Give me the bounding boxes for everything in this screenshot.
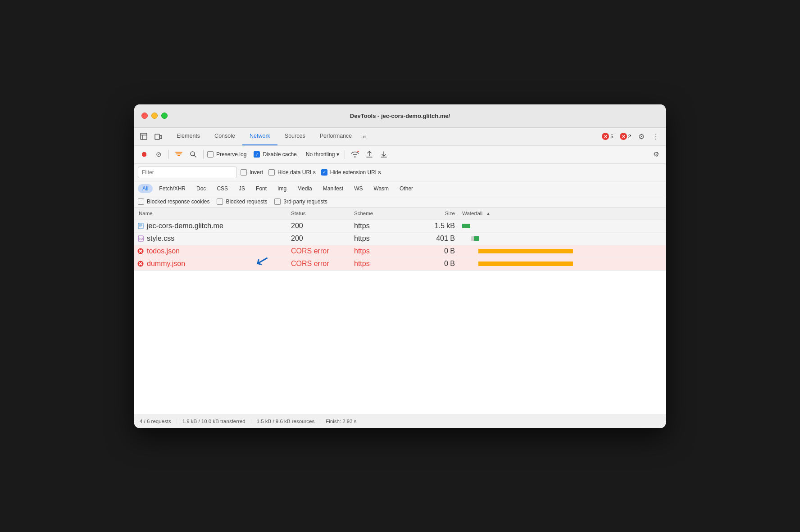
table-row[interactable]: jec-cors-demo.glitch.me 200 https 1.5 kB: [134, 220, 666, 233]
svg-rect-0: [141, 133, 147, 140]
record-button[interactable]: ⏺: [138, 148, 150, 161]
row-status-cell: 200: [287, 234, 350, 243]
error-icon: ✕: [602, 133, 609, 140]
more-options-icon[interactable]: ⋮: [650, 130, 662, 143]
type-filter-other[interactable]: Other: [395, 184, 418, 193]
row-status-cell: 200: [287, 222, 350, 230]
network-settings-icon[interactable]: ⚙: [650, 148, 662, 161]
upload-icon[interactable]: [363, 148, 376, 161]
col-header-waterfall[interactable]: Waterfall ▲: [459, 211, 666, 216]
maximize-button[interactable]: [161, 113, 168, 119]
table-body: jec-cors-demo.glitch.me 200 https 1.5 kB: [134, 220, 666, 415]
clear-button[interactable]: ⊘: [152, 148, 165, 161]
network-table-area: Name Status Scheme Size Waterfall ▲: [134, 207, 666, 415]
status-bar: 4 / 6 requests 1.9 kB / 10.0 kB transfer…: [134, 415, 666, 428]
waterfall-bar-orange: [478, 249, 573, 253]
warning-icon: ✕: [620, 133, 627, 140]
network-conditions-icon[interactable]: [349, 148, 361, 161]
col-header-size[interactable]: Size: [405, 211, 459, 216]
row-name-cell: CSS style.css: [134, 234, 287, 243]
invert-toggle[interactable]: Invert: [241, 169, 263, 176]
table-row[interactable]: todos.json CORS error https 0 B ↙: [134, 245, 666, 258]
type-filter-ws[interactable]: WS: [350, 184, 367, 193]
row-status-cell: CORS error: [287, 260, 350, 268]
inspect-element-icon[interactable]: [138, 131, 150, 142]
row-waterfall-cell: [459, 245, 666, 257]
devtools-content: Elements Console Network Sources Perform…: [134, 128, 666, 428]
throttle-select[interactable]: No throttling ▾: [304, 150, 341, 158]
css-icon: CSS: [137, 235, 144, 242]
download-icon[interactable]: [377, 148, 390, 161]
tab-console[interactable]: Console: [207, 127, 242, 145]
tab-bar: Elements Console Network Sources Perform…: [134, 128, 666, 146]
tab-elements[interactable]: Elements: [169, 127, 207, 145]
row-name-cell: dummy.json: [134, 260, 287, 268]
tab-actions: ✕ 5 ✕ 2 ⚙ ⋮: [600, 130, 662, 143]
disable-cache-checkbox[interactable]: ✓: [254, 151, 260, 158]
warning-count-badge[interactable]: ✕ 2: [618, 132, 633, 141]
type-filter-font[interactable]: Font: [251, 184, 271, 193]
traffic-lights: [141, 113, 168, 119]
network-toolbar: ⏺ ⊘ Preserve log ✓ Disable ca: [134, 146, 666, 164]
error-icon: [137, 260, 144, 267]
type-filter-media[interactable]: Media: [293, 184, 317, 193]
type-filter-manifest[interactable]: Manifest: [318, 184, 348, 193]
tab-performance[interactable]: Performance: [313, 127, 359, 145]
row-scheme-cell: https: [350, 222, 405, 230]
disable-cache-toggle[interactable]: ✓ Disable cache: [254, 151, 296, 158]
waterfall-bar: [462, 224, 470, 228]
blocked-requests-checkbox[interactable]: [217, 198, 223, 205]
blocked-cookies-toggle[interactable]: Blocked response cookies: [138, 198, 209, 205]
type-filter-wasm[interactable]: Wasm: [369, 184, 394, 193]
col-header-name[interactable]: Name: [134, 211, 287, 216]
filter-button[interactable]: [173, 148, 185, 161]
device-toolbar-icon[interactable]: [152, 131, 164, 142]
hide-data-urls-checkbox[interactable]: [268, 169, 275, 176]
window-title: DevTools - jec-cors-demo.glitch.me/: [350, 113, 450, 119]
third-party-toggle[interactable]: 3rd-party requests: [274, 198, 327, 205]
row-name-cell: todos.json: [134, 247, 287, 255]
type-filter-img[interactable]: Img: [273, 184, 291, 193]
type-filter-js[interactable]: JS: [234, 184, 250, 193]
error-count-badge[interactable]: ✕ 5: [600, 132, 615, 141]
svg-line-6: [194, 155, 196, 157]
table-row[interactable]: CSS style.css 200 https 401 B: [134, 233, 666, 245]
row-size-cell: 401 B: [405, 234, 459, 243]
tab-more-button[interactable]: »: [359, 127, 369, 145]
row-size-cell: 0 B: [405, 247, 459, 255]
preserve-log-toggle[interactable]: Preserve log: [207, 151, 246, 158]
hide-data-urls-toggle[interactable]: Hide data URLs: [268, 169, 316, 176]
blocked-cookies-checkbox[interactable]: [138, 198, 144, 205]
type-filter-doc[interactable]: Doc: [192, 184, 210, 193]
minimize-button[interactable]: [151, 113, 158, 119]
close-button[interactable]: [141, 113, 148, 119]
waterfall-bar-green: [474, 236, 479, 241]
row-scheme-cell: https: [350, 247, 405, 255]
search-button[interactable]: [187, 148, 200, 161]
sort-arrow-icon: ▲: [486, 211, 491, 216]
settings-icon[interactable]: ⚙: [635, 130, 648, 143]
filter-input[interactable]: [138, 167, 237, 178]
tab-network[interactable]: Network: [242, 127, 277, 145]
col-header-status[interactable]: Status: [287, 211, 350, 216]
type-filter-css[interactable]: CSS: [212, 184, 232, 193]
row-name-cell: jec-cors-demo.glitch.me: [134, 222, 287, 230]
status-finish: Finish: 2.93 s: [320, 419, 362, 424]
preserve-log-checkbox[interactable]: [207, 151, 214, 158]
third-party-checkbox[interactable]: [274, 198, 281, 205]
type-filter-fetch-xhr[interactable]: Fetch/XHR: [155, 184, 190, 193]
hide-extension-urls-toggle[interactable]: ✓ Hide extension URLs: [321, 169, 381, 176]
row-scheme-cell: https: [350, 234, 405, 243]
invert-checkbox[interactable]: [241, 169, 247, 176]
hide-extension-urls-checkbox[interactable]: ✓: [321, 169, 327, 176]
titlebar: DevTools - jec-cors-demo.glitch.me/: [134, 104, 666, 128]
error-icon: [137, 248, 144, 255]
type-filter-all[interactable]: All: [138, 184, 153, 193]
toolbar-divider-3: [345, 150, 345, 159]
col-header-scheme[interactable]: Scheme: [350, 211, 405, 216]
tab-sources[interactable]: Sources: [277, 127, 313, 145]
table-header: Name Status Scheme Size Waterfall ▲: [134, 207, 666, 220]
blocked-requests-toggle[interactable]: Blocked requests: [217, 198, 267, 205]
row-status-cell: CORS error: [287, 247, 350, 255]
table-row[interactable]: dummy.json CORS error https 0 B: [134, 258, 666, 271]
